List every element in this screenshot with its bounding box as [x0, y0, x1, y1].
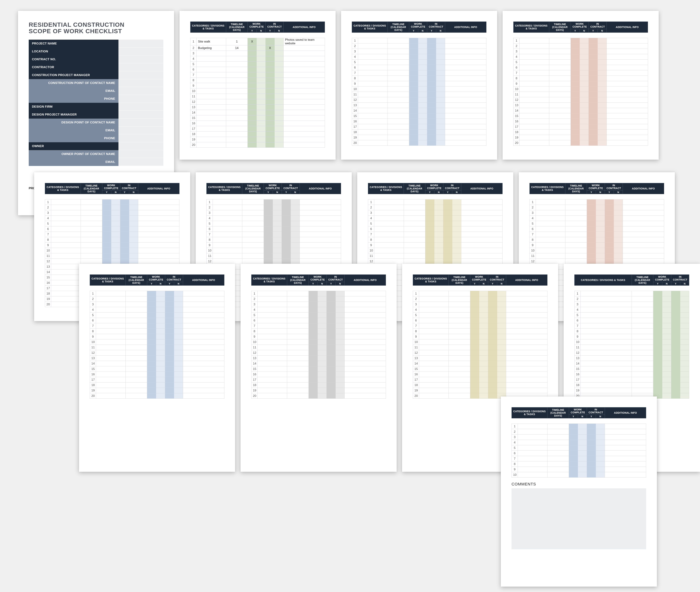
timeline-cell[interactable]	[226, 51, 248, 56]
timeline-cell[interactable]	[549, 113, 571, 119]
info-cell[interactable]	[461, 243, 503, 248]
work-n-cell[interactable]	[156, 323, 165, 329]
contract-n-cell[interactable]	[436, 130, 445, 135]
work-n-cell[interactable]	[662, 355, 671, 361]
timeline-cell[interactable]	[242, 221, 264, 227]
info-cell[interactable]	[445, 59, 486, 65]
contract-y-cell[interactable]	[443, 253, 452, 259]
task-cell[interactable]	[419, 323, 449, 329]
contract-n-cell[interactable]	[275, 94, 284, 99]
contract-y-cell[interactable]	[165, 350, 174, 355]
work-n-cell[interactable]	[273, 232, 282, 237]
contract-n-cell[interactable]	[336, 383, 344, 388]
work-y-cell[interactable]	[147, 307, 156, 312]
contract-y-cell[interactable]	[443, 227, 452, 232]
work-y-cell[interactable]	[147, 334, 156, 339]
task-cell[interactable]	[358, 119, 388, 124]
contract-y-cell[interactable]	[427, 70, 436, 76]
contract-y-cell[interactable]	[266, 121, 275, 126]
work-n-cell[interactable]	[256, 83, 266, 89]
task-cell[interactable]	[258, 388, 287, 393]
contract-n-cell[interactable]	[598, 81, 607, 87]
work-y-cell[interactable]	[425, 253, 434, 259]
contract-y-cell[interactable]	[120, 248, 129, 253]
task-cell[interactable]	[258, 377, 287, 383]
contract-y-cell[interactable]	[427, 124, 436, 130]
info-cell[interactable]	[605, 461, 646, 467]
info-cell[interactable]	[461, 221, 503, 227]
contract-n-cell[interactable]	[336, 307, 344, 312]
contract-y-cell[interactable]	[488, 302, 497, 307]
contract-y-cell[interactable]	[282, 216, 291, 221]
contract-n-cell[interactable]	[497, 377, 506, 383]
contract-y-cell[interactable]	[266, 83, 275, 89]
task-cell[interactable]	[419, 339, 449, 345]
task-cell[interactable]	[96, 355, 126, 361]
timeline-cell[interactable]	[226, 132, 248, 137]
timeline-cell[interactable]	[548, 440, 569, 445]
timeline-cell[interactable]	[388, 130, 409, 135]
info-cell[interactable]	[284, 137, 325, 142]
contract-n-cell[interactable]	[129, 253, 138, 259]
work-n-cell[interactable]	[273, 253, 282, 259]
info-cell[interactable]	[607, 38, 648, 43]
info-cell[interactable]	[344, 355, 386, 361]
work-n-cell[interactable]	[156, 329, 165, 334]
info-cell[interactable]	[445, 92, 486, 97]
work-n-cell[interactable]	[662, 372, 671, 377]
contract-n-cell[interactable]	[174, 388, 183, 393]
contract-y-cell[interactable]	[327, 383, 336, 388]
cover-field[interactable]	[119, 87, 163, 95]
contract-y-cell[interactable]	[605, 259, 614, 264]
timeline-cell[interactable]	[81, 243, 102, 248]
task-cell[interactable]	[520, 92, 549, 97]
contract-y-cell[interactable]	[587, 440, 596, 445]
timeline-cell[interactable]	[388, 135, 409, 140]
work-y-cell[interactable]	[147, 345, 156, 350]
work-y-cell[interactable]	[248, 110, 256, 115]
work-y-cell[interactable]	[248, 67, 256, 72]
timeline-cell[interactable]	[126, 355, 147, 361]
contract-n-cell[interactable]	[614, 221, 623, 227]
contract-n-cell[interactable]	[680, 350, 689, 355]
timeline-cell[interactable]	[81, 232, 102, 237]
task-cell[interactable]	[213, 259, 242, 264]
work-n-cell[interactable]	[256, 142, 266, 148]
task-cell[interactable]	[580, 366, 632, 372]
work-n-cell[interactable]	[434, 232, 443, 237]
contract-n-cell[interactable]	[174, 312, 183, 318]
work-y-cell[interactable]	[571, 113, 580, 119]
task-cell[interactable]	[419, 296, 449, 302]
task-cell[interactable]	[213, 227, 242, 232]
work-y-cell[interactable]	[569, 440, 578, 445]
contract-n-cell[interactable]	[596, 451, 605, 456]
work-y-cell[interactable]	[248, 45, 256, 51]
info-cell[interactable]	[445, 87, 486, 92]
contract-y-cell[interactable]	[443, 221, 452, 227]
work-n-cell[interactable]	[596, 232, 605, 237]
contract-y-cell[interactable]	[427, 108, 436, 113]
timeline-cell[interactable]	[449, 339, 470, 345]
contract-y-cell[interactable]	[427, 119, 436, 124]
timeline-cell[interactable]	[226, 89, 248, 94]
work-y-cell[interactable]	[147, 312, 156, 318]
work-n-cell[interactable]	[256, 67, 266, 72]
timeline-cell[interactable]	[404, 205, 425, 210]
work-n-cell[interactable]	[273, 248, 282, 253]
work-n-cell[interactable]	[111, 248, 120, 253]
contract-y-cell[interactable]	[120, 216, 129, 221]
work-n-cell[interactable]	[580, 119, 589, 124]
contract-y-cell[interactable]	[427, 76, 436, 81]
work-n-cell[interactable]	[479, 355, 488, 361]
info-cell[interactable]	[138, 232, 180, 237]
contract-y-cell[interactable]	[671, 307, 680, 312]
task-cell[interactable]	[580, 355, 632, 361]
info-cell[interactable]	[445, 135, 486, 140]
timeline-cell[interactable]	[449, 355, 470, 361]
work-n-cell[interactable]	[580, 97, 589, 103]
work-y-cell[interactable]	[102, 221, 111, 227]
work-y-cell[interactable]	[147, 383, 156, 388]
timeline-cell[interactable]	[287, 361, 309, 366]
work-y-cell[interactable]	[653, 312, 662, 318]
timeline-cell[interactable]	[549, 76, 571, 81]
